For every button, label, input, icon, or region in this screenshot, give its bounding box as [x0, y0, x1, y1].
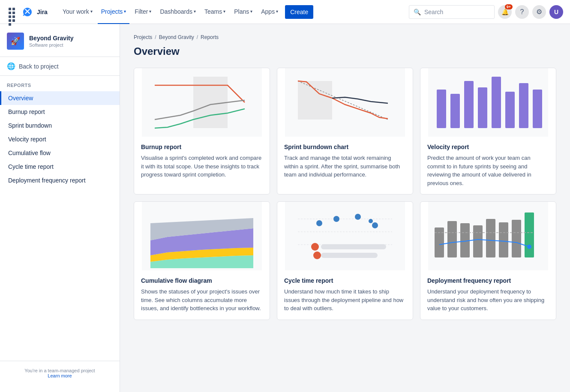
cumulative-card-title: Cumulative flow diagram [141, 277, 263, 284]
sidebar-item-velocity[interactable]: Velocity report [0, 132, 120, 146]
svg-point-26 [333, 216, 339, 222]
sidebar-project: 🚀 Beyond Gravity Software project [0, 24, 120, 57]
cumulative-card-desc: Shows the statuses of your project's iss… [141, 287, 263, 313]
sidebar-footer-text: You're in a team-managed project [7, 368, 113, 373]
velocity-card-desc: Predict the amount of work your team can… [427, 154, 549, 187]
notification-button[interactable]: 🔔 9+ [498, 5, 512, 19]
deployment-freq-card-title: Deployment frequency report [427, 277, 549, 284]
deployment-freq-card[interactable]: Deployment frequency report Understand y… [420, 201, 556, 320]
sidebar-item-overview[interactable]: Overview [0, 91, 120, 105]
settings-button[interactable]: ⚙ [532, 5, 546, 19]
svg-rect-12 [492, 77, 501, 128]
deployment-freq-chart [420, 202, 556, 270]
main-content: Projects / Beyond Gravity / Reports Over… [120, 24, 570, 392]
velocity-card-title: Velocity report [427, 144, 549, 150]
nav-apps[interactable]: Apps▾ [258, 0, 282, 24]
nav-projects[interactable]: Projects▾ [98, 0, 130, 24]
search-icon: 🔍 [414, 9, 421, 15]
sidebar-item-burnup[interactable]: Burnup report [0, 105, 120, 119]
cumulative-chart [134, 202, 270, 270]
burnup-report-card[interactable]: Burnup report Visualise a sprint's compl… [134, 68, 270, 195]
sidebar: 🚀 Beyond Gravity Software project 🌐 Back… [0, 24, 120, 392]
svg-rect-11 [478, 87, 487, 128]
search-box[interactable]: 🔍 Search [409, 5, 495, 19]
project-type: Software project [29, 42, 73, 48]
svg-rect-6 [298, 81, 332, 120]
cycle-time-card-title: Cycle time report [284, 277, 406, 284]
burnup-card-desc: Visualise a sprint's completed work and … [141, 154, 263, 179]
jira-logo[interactable]: j Jira [21, 5, 54, 19]
svg-point-44 [527, 245, 531, 249]
nav-plans[interactable]: Plans▾ [231, 0, 256, 24]
burnup-card-body: Burnup report Visualise a sprint's compl… [134, 137, 270, 186]
create-button[interactable]: Create [285, 5, 313, 19]
sidebar-item-sprint-burndown[interactable]: Sprint burndown [0, 119, 120, 132]
help-button[interactable]: ? [515, 5, 529, 19]
sidebar-item-cycle-time[interactable]: Cycle time report [0, 160, 120, 174]
svg-rect-39 [486, 219, 495, 257]
page-title: Overview [134, 45, 556, 57]
velocity-chart [420, 68, 556, 137]
deployment-freq-card-desc: Understand your deployment frequency to … [427, 287, 549, 313]
project-icon: 🚀 [7, 33, 24, 50]
back-to-project[interactable]: 🌐 Back to project [0, 57, 120, 76]
svg-point-27 [355, 214, 361, 220]
cumulative-card-body: Cumulative flow diagram Shows the status… [134, 270, 270, 320]
topnav-right-section: 🔍 Search 🔔 9+ ? ⚙ U [409, 5, 563, 19]
nav-teams[interactable]: Teams▾ [201, 0, 229, 24]
burnup-chart [134, 68, 270, 137]
breadcrumb: Projects / Beyond Gravity / Reports [134, 34, 556, 40]
breadcrumb-projects[interactable]: Projects [134, 34, 152, 40]
sidebar-item-deployment[interactable]: Deployment frequency report [0, 174, 120, 187]
svg-rect-21 [285, 202, 405, 270]
deployment-freq-card-body: Deployment frequency report Understand y… [420, 270, 556, 320]
breadcrumb-reports: Reports [201, 34, 219, 40]
cycle-time-card[interactable]: Cycle time report Understand how much ti… [277, 201, 413, 320]
svg-text:j: j [23, 9, 25, 16]
sprint-burndown-chart [277, 68, 413, 137]
sprint-burndown-card[interactable]: Sprint burndown chart Track and manage t… [277, 68, 413, 195]
search-placeholder: Search [424, 9, 443, 15]
reports-grid: Burnup report Visualise a sprint's compl… [134, 68, 556, 320]
svg-rect-14 [519, 83, 528, 128]
globe-icon: 🌐 [7, 62, 15, 70]
apps-grid-icon[interactable] [7, 6, 19, 18]
nav-dashboards[interactable]: Dashboards▾ [156, 0, 199, 24]
breadcrumb-beyond-gravity[interactable]: Beyond Gravity [159, 34, 194, 40]
svg-point-31 [313, 251, 321, 259]
svg-rect-8 [437, 90, 446, 128]
svg-point-28 [372, 222, 378, 228]
nav-your-work[interactable]: Your work▾ [59, 0, 96, 24]
velocity-report-card[interactable]: Velocity report Predict the amount of wo… [420, 68, 556, 195]
cumulative-flow-card[interactable]: Cumulative flow diagram Shows the status… [134, 201, 270, 320]
svg-point-29 [369, 219, 373, 223]
svg-rect-9 [450, 94, 460, 128]
nav-filter[interactable]: Filter▾ [131, 0, 155, 24]
project-info: Beyond Gravity Software project [29, 35, 73, 48]
sidebar-item-cumulative[interactable]: Cumulative flow [0, 146, 120, 160]
sprint-burndown-card-desc: Track and manage the total work remainin… [284, 154, 406, 179]
bell-icon: 🔔 [501, 9, 509, 15]
breadcrumb-sep-2: / [197, 34, 198, 40]
help-icon: ? [520, 8, 524, 16]
cycle-time-chart [277, 202, 413, 270]
notification-badge: 9+ [505, 4, 513, 9]
sprint-burndown-card-title: Sprint burndown chart [284, 144, 406, 150]
top-navigation: j Jira Your work▾ Projects▾ Filter▾ Dash… [0, 0, 570, 24]
cycle-time-card-desc: Understand how much time it takes to shi… [284, 287, 406, 313]
svg-point-30 [311, 243, 319, 251]
svg-rect-4 [193, 77, 228, 128]
svg-rect-40 [499, 222, 508, 257]
project-name: Beyond Gravity [29, 35, 73, 42]
svg-rect-13 [505, 92, 515, 128]
svg-point-25 [316, 220, 322, 226]
svg-rect-36 [447, 221, 457, 257]
jira-wordmark: Jira [37, 8, 54, 16]
sidebar-learn-more-link[interactable]: Learn more [48, 373, 72, 378]
sprint-burndown-card-body: Sprint burndown chart Track and manage t… [277, 137, 413, 186]
svg-rect-42 [525, 212, 534, 257]
svg-rect-38 [473, 225, 483, 257]
user-avatar[interactable]: U [549, 5, 563, 19]
sidebar-section-reports: Reports [0, 76, 120, 91]
svg-rect-15 [533, 90, 542, 128]
